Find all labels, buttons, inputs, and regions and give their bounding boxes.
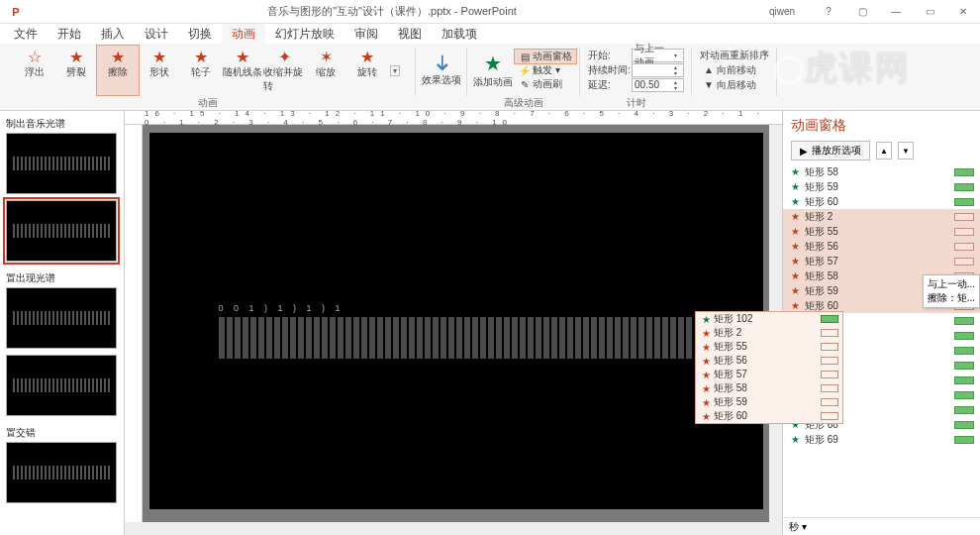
- tab-design[interactable]: 设计: [135, 24, 178, 45]
- thumb-4[interactable]: [6, 355, 117, 416]
- anim-wipe[interactable]: ★擦除: [97, 46, 139, 95]
- anim-swivel[interactable]: ★旋转: [346, 46, 388, 95]
- tab-insert[interactable]: 插入: [91, 24, 135, 45]
- star-icon: ★: [789, 166, 801, 177]
- slide-canvas[interactable]: 0 0 1 ) 1 ) 1 ) 1: [149, 133, 763, 509]
- pane-item[interactable]: ★矩形 59: [783, 179, 980, 194]
- timing-bar: [954, 228, 974, 236]
- pane-title: 动画窗格: [783, 111, 980, 141]
- watermark: 虎课网: [774, 46, 911, 91]
- float-item[interactable]: ★矩形 59: [696, 395, 842, 409]
- float-item-name: 矩形 57: [712, 368, 821, 381]
- delay-spin[interactable]: 00.50▴▾: [632, 78, 684, 92]
- thumb-2[interactable]: [6, 200, 117, 262]
- pane-item[interactable]: ★矩形 2: [783, 209, 980, 224]
- star-icon: ★: [789, 196, 801, 207]
- anim-zoom[interactable]: ✶缩放: [305, 46, 346, 95]
- animation-pane-button[interactable]: ▤动画窗格: [515, 50, 576, 63]
- float-item[interactable]: ★矩形 2: [696, 326, 842, 340]
- float-item-name: 矩形 59: [712, 395, 821, 409]
- close-button[interactable]: ✕: [946, 0, 980, 24]
- pane-item-name: 矩形 59: [805, 180, 950, 194]
- maximize-button[interactable]: ▭: [913, 0, 946, 24]
- anim-fly-out[interactable]: ☆浮出: [14, 46, 55, 95]
- tab-animation[interactable]: 动画: [222, 24, 265, 45]
- float-item[interactable]: ★矩形 56: [696, 354, 842, 368]
- move-later-button[interactable]: ▼ 向后移动: [700, 77, 769, 92]
- account-label[interactable]: qiwen: [752, 0, 812, 24]
- horizontal-scrollbar[interactable]: [125, 522, 782, 535]
- vertical-ruler: [125, 125, 143, 522]
- pane-item[interactable]: ★矩形 69: [783, 432, 980, 447]
- timing-bar: [954, 376, 974, 384]
- thumb-3[interactable]: [6, 287, 117, 349]
- tab-start[interactable]: 开始: [48, 24, 91, 45]
- anim-shrink-turn[interactable]: ✦收缩并旋转: [263, 46, 305, 95]
- tab-slideshow[interactable]: 幻灯片放映: [265, 24, 344, 45]
- slide-number-row: 0 0 1 ) 1 ) 1 ) 1: [219, 303, 344, 313]
- timing-bar: [954, 183, 974, 191]
- gallery-more-icon[interactable]: ▾: [390, 65, 400, 76]
- pane-item[interactable]: ★矩形 57: [783, 254, 980, 268]
- timing-bar: [821, 412, 838, 420]
- float-item[interactable]: ★矩形 58: [696, 381, 842, 395]
- timing-bar: [821, 357, 838, 365]
- play-selected-button[interactable]: ▶播放所选项: [791, 141, 870, 160]
- trigger-button[interactable]: ⚡触发 ▾: [515, 63, 576, 77]
- pane-item[interactable]: ★矩形 56: [783, 239, 980, 254]
- star-plus-icon: ★: [484, 52, 502, 75]
- duration-spin[interactable]: ▴▾: [632, 63, 684, 77]
- star-icon: ★: [789, 300, 801, 311]
- move-up-button[interactable]: ▲: [876, 142, 892, 160]
- slide-thumbnails[interactable]: 制出音乐光谱 置出现光谱 置交错: [0, 111, 125, 535]
- star-icon: ★: [700, 370, 712, 380]
- thumb-5[interactable]: [6, 442, 117, 503]
- pane-item[interactable]: ★矩形 58: [783, 164, 980, 179]
- timing-bar: [954, 362, 974, 370]
- float-item[interactable]: ★矩形 57: [696, 368, 842, 381]
- pane-item[interactable]: ★矩形 60: [783, 194, 980, 209]
- minimize-button[interactable]: —: [879, 0, 913, 24]
- timing-bar: [954, 391, 974, 399]
- arrow-down-icon: [432, 54, 451, 73]
- thumb-label-5: 置交错: [6, 422, 118, 442]
- timing-bar: [821, 343, 838, 351]
- pane-item[interactable]: ★矩形 55: [783, 224, 980, 239]
- pane-item-name: 矩形 56: [805, 240, 950, 254]
- tab-review[interactable]: 审阅: [344, 24, 388, 45]
- anim-split[interactable]: ★劈裂: [55, 46, 97, 95]
- star-icon: ★: [789, 241, 801, 252]
- star-icon: ★: [789, 211, 801, 222]
- timing-bar: [954, 406, 974, 414]
- timing-bar: [954, 243, 974, 251]
- floating-animation-list[interactable]: ★矩形 102★矩形 2★矩形 55★矩形 56★矩形 57★矩形 58★矩形 …: [695, 311, 843, 424]
- timing-bar: [821, 398, 838, 406]
- timing-bar: [821, 315, 838, 323]
- star-icon: ★: [789, 226, 801, 237]
- ribbon-collapse-button[interactable]: ▢: [845, 0, 879, 24]
- tab-view[interactable]: 视图: [388, 24, 432, 45]
- add-animation-button[interactable]: ★ 添加动画: [471, 46, 515, 95]
- move-down-button[interactable]: ▼: [898, 142, 914, 160]
- anim-random-bars[interactable]: ★随机线条: [222, 46, 263, 95]
- float-item[interactable]: ★矩形 102: [696, 312, 842, 326]
- start-label: 开始:: [588, 49, 632, 62]
- thumb-1[interactable]: [6, 133, 117, 194]
- effect-options-button[interactable]: 效果选项: [420, 46, 463, 95]
- seconds-dropdown[interactable]: 秒 ▾: [789, 520, 807, 534]
- float-item[interactable]: ★矩形 60: [696, 409, 842, 423]
- pane-icon: ▤: [519, 52, 531, 62]
- star-icon: ★: [789, 181, 801, 192]
- float-item[interactable]: ★矩形 55: [696, 340, 842, 354]
- help-button[interactable]: ?: [812, 0, 845, 24]
- start-combo[interactable]: 与上一动画...▾: [632, 49, 684, 62]
- anim-shape[interactable]: ★形状: [139, 46, 180, 95]
- app-icon: P: [0, 6, 32, 18]
- float-item-name: 矩形 2: [712, 326, 821, 340]
- tab-file[interactable]: 文件: [4, 24, 48, 45]
- animation-painter-button[interactable]: ✎动画刷: [515, 77, 576, 91]
- tab-addins[interactable]: 加载项: [432, 24, 487, 45]
- anim-wheel[interactable]: ★轮子: [180, 46, 222, 95]
- tab-transition[interactable]: 切换: [178, 24, 222, 45]
- move-earlier-button[interactable]: ▲ 向前移动: [700, 62, 769, 77]
